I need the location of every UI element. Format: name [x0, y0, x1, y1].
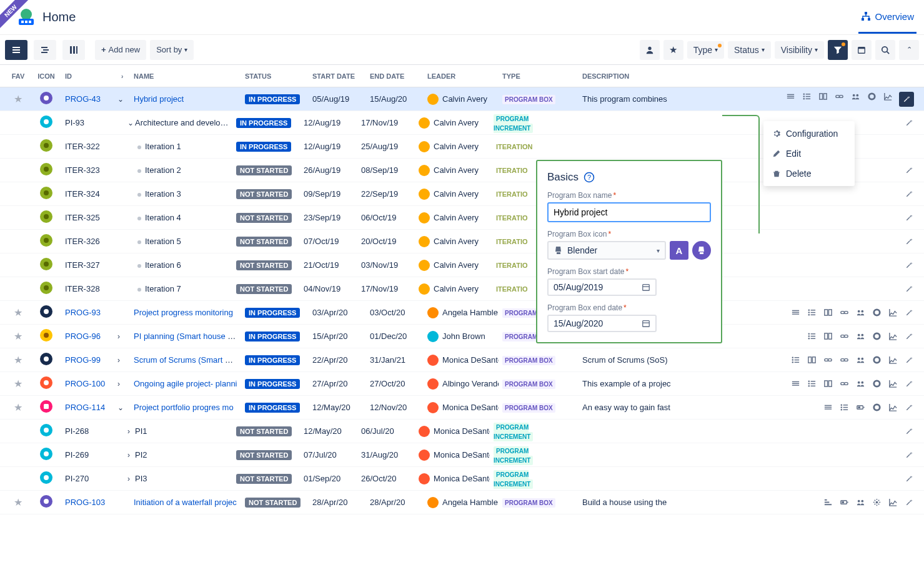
expand-toggle[interactable]: ›: [127, 451, 130, 459]
action-chart[interactable]: [883, 92, 893, 102]
row-id-link[interactable]: PROG-93: [65, 308, 101, 317]
row-name-link[interactable]: Ongoing agile project- planni: [134, 379, 237, 388]
action-list[interactable]: [807, 332, 817, 341]
action-link[interactable]: [839, 355, 849, 365]
action-group[interactable]: [855, 308, 865, 318]
action-wrench[interactable]: [904, 379, 914, 389]
action-chart[interactable]: [888, 308, 898, 318]
collapse-button[interactable]: ⌃: [899, 40, 919, 60]
star-icon[interactable]: ★: [14, 355, 22, 365]
row-name-link[interactable]: PI planning (Smart house pro: [134, 332, 239, 341]
action-wrench[interactable]: [904, 498, 914, 508]
star-icon[interactable]: ★: [14, 331, 22, 341]
expand-toggle[interactable]: ›: [117, 332, 120, 341]
row-name-link[interactable]: Hybrid project: [134, 94, 184, 104]
type-filter[interactable]: Type▾: [687, 41, 724, 59]
star-icon[interactable]: ★: [14, 94, 22, 104]
star-filter-button[interactable]: ★: [663, 40, 683, 60]
letter-box[interactable]: A: [670, 241, 688, 260]
action-board[interactable]: [807, 355, 817, 365]
list-view-button[interactable]: [5, 40, 27, 60]
action-wrench[interactable]: [904, 426, 914, 436]
table-row[interactable]: ITER-328Iteration 7NOT STARTED04/Nov/191…: [0, 277, 924, 301]
table-row[interactable]: ★PROG-100›Ongoing agile project- planniI…: [0, 372, 924, 396]
overview-tab[interactable]: Overview: [858, 1, 917, 34]
star-icon[interactable]: ★: [14, 497, 22, 508]
row-name-link[interactable]: Project progress monitoring: [134, 308, 233, 317]
search-button[interactable]: [875, 40, 895, 60]
table-row[interactable]: ★PROG-99›Scrum of Scrums (Smart houIN PR…: [0, 348, 924, 372]
action-ring[interactable]: [867, 92, 877, 102]
action-chart[interactable]: [888, 498, 898, 508]
table-row[interactable]: PI-268›PI1NOT STARTED12/May/2006/Jul/20M…: [0, 420, 924, 443]
action-wrench[interactable]: [904, 355, 914, 365]
table-row[interactable]: ★PROG-93Project progress monitoringIN PR…: [0, 301, 924, 325]
action-wrench[interactable]: [904, 450, 914, 460]
nested-view-button[interactable]: [34, 40, 56, 60]
expand-toggle[interactable]: ›: [127, 427, 130, 436]
action-wrench[interactable]: [904, 165, 914, 175]
table-row[interactable]: ★PROG-96›PI planning (Smart house proIN …: [0, 325, 924, 348]
action-wrench[interactable]: [899, 92, 914, 107]
table-row[interactable]: ITER-327Iteration 6NOT STARTED21/Oct/190…: [0, 253, 924, 277]
status-filter[interactable]: Status▾: [728, 41, 771, 59]
calendar-button[interactable]: [852, 40, 872, 60]
row-id-link[interactable]: PROG-103: [65, 498, 105, 507]
add-new-button[interactable]: +Add new: [95, 40, 146, 60]
action-gear[interactable]: [872, 498, 882, 508]
name-input[interactable]: [547, 202, 711, 222]
row-id-link[interactable]: PROG-99: [65, 355, 101, 365]
action-battery[interactable]: [855, 403, 865, 413]
action-link[interactable]: [823, 355, 833, 365]
action-ring[interactable]: [872, 355, 882, 365]
icon-select[interactable]: Blender ▾: [547, 241, 666, 260]
action-group[interactable]: [855, 498, 865, 508]
action-chart[interactable]: [888, 332, 898, 341]
action-wrench[interactable]: [904, 284, 914, 294]
expand-toggle[interactable]: ›: [127, 474, 130, 483]
action-wrench[interactable]: [904, 237, 914, 247]
action-link[interactable]: [834, 92, 844, 102]
action-group[interactable]: [855, 379, 865, 389]
help-icon[interactable]: ?: [584, 172, 595, 183]
action-wrench[interactable]: [904, 403, 914, 413]
table-row[interactable]: ITER-326Iteration 5NOT STARTED07/Oct/192…: [0, 230, 924, 253]
table-row[interactable]: ★PROG-103Initiation of a waterfall proje…: [0, 491, 924, 514]
action-chart[interactable]: [888, 355, 898, 365]
action-wrench[interactable]: [904, 189, 914, 199]
action-ring[interactable]: [872, 379, 882, 389]
row-name-link[interactable]: Initiation of a waterfall projec: [134, 498, 237, 507]
action-battery[interactable]: [839, 498, 849, 508]
row-id-link[interactable]: PROG-96: [65, 332, 101, 341]
action-lines[interactable]: [823, 403, 833, 413]
collapse-toggle[interactable]: ⌄: [117, 403, 124, 412]
action-list[interactable]: [790, 355, 800, 365]
action-board[interactable]: [823, 379, 833, 389]
action-wrench[interactable]: [904, 332, 914, 341]
action-lines2[interactable]: [823, 498, 833, 508]
action-list[interactable]: [839, 403, 849, 413]
table-row[interactable]: PI-269›PI2NOT STARTED07/Jul/2031/Aug/20M…: [0, 443, 924, 467]
user-filter-button[interactable]: [640, 40, 660, 60]
action-chart[interactable]: [888, 379, 898, 389]
collapse-toggle[interactable]: ⌄: [117, 95, 124, 104]
action-lines[interactable]: [790, 308, 800, 318]
action-group[interactable]: [855, 332, 865, 341]
table-row[interactable]: PI-270›PI3NOT STARTED01/Sep/2026/Oct/20M…: [0, 467, 924, 491]
action-board[interactable]: [823, 308, 833, 318]
action-list[interactable]: [807, 308, 817, 318]
menu-edit[interactable]: Edit: [763, 144, 855, 164]
action-ring[interactable]: [872, 332, 882, 341]
star-icon[interactable]: ★: [14, 307, 22, 318]
star-icon[interactable]: ★: [14, 378, 22, 389]
action-wrench[interactable]: [904, 260, 914, 270]
menu-configuration[interactable]: Configuration: [763, 124, 855, 144]
action-wrench[interactable]: [904, 213, 914, 223]
action-wrench[interactable]: [904, 308, 914, 318]
action-list[interactable]: [802, 92, 812, 102]
action-link[interactable]: [839, 379, 849, 389]
row-name-link[interactable]: Project portfolio progres mo: [134, 403, 234, 412]
action-lines[interactable]: [785, 92, 795, 102]
action-group[interactable]: [855, 355, 865, 365]
table-row[interactable]: ★PROG-114⌄Project portfolio progres moIN…: [0, 396, 924, 420]
